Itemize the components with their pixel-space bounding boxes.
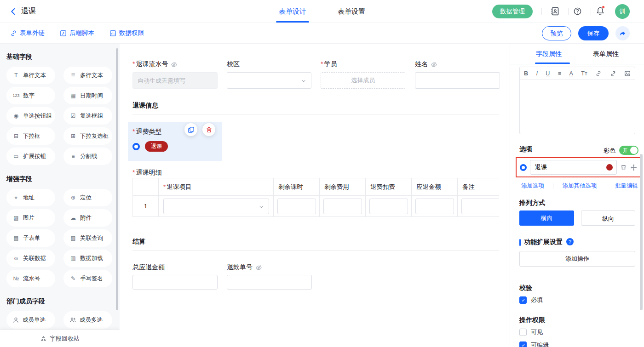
color-mode-label: 彩色 (604, 147, 615, 155)
back-icon[interactable] (9, 7, 17, 16)
field-type-serial-number[interactable]: №流水号 (6, 270, 55, 287)
form-toolbar: 表单外链 后端脚本 数据权限 预览 保存 (0, 23, 644, 44)
deduction-input[interactable] (369, 199, 408, 214)
remaining-hours-input[interactable] (277, 199, 316, 214)
visible-checkbox[interactable] (519, 329, 527, 336)
campus-select[interactable] (227, 72, 311, 89)
field-type-divider-line[interactable]: ≡分割线 (63, 148, 112, 165)
radio-selected[interactable] (132, 143, 140, 150)
add-action-button[interactable]: 添加操作 (519, 251, 635, 267)
option-value-input[interactable] (530, 160, 617, 175)
richtext-body[interactable] (520, 80, 635, 134)
divider (568, 8, 569, 15)
course-item-select[interactable] (163, 199, 269, 214)
option-radio[interactable] (520, 164, 527, 171)
move-option-icon[interactable] (630, 164, 637, 171)
field-type-radio-group[interactable]: ◉单选按钮组 (6, 107, 55, 125)
insert-link-icon[interactable] (595, 70, 602, 77)
extension-help-icon[interactable] (566, 238, 574, 245)
field-recycle-bin[interactable]: 字段回收站 (0, 330, 120, 347)
underline-icon[interactable]: U (546, 70, 550, 77)
italic-icon[interactable]: I (536, 70, 537, 77)
field-type-subform[interactable]: ▤子表单 (6, 229, 55, 247)
field-type-address[interactable]: ⌖地址 (6, 189, 55, 206)
tab-form-properties[interactable]: 表单属性 (586, 44, 626, 64)
field-type-member-multi[interactable]: 成员多选 (63, 311, 112, 329)
item-select-cell (159, 196, 274, 216)
field-title-editor: B I U ≡ A Tт (519, 67, 635, 134)
person-icon (12, 317, 19, 324)
arrange-horizontal-button[interactable]: 横向 (519, 210, 574, 226)
field-type-linked-data[interactable]: ∞关联数据 (6, 250, 55, 267)
tab-form-design[interactable]: 表单设计 (276, 0, 309, 23)
serial-number-input[interactable] (132, 72, 218, 89)
add-other-option-link[interactable]: 添加其他选项 (563, 182, 597, 190)
required-checkbox[interactable] (519, 296, 527, 304)
pen-icon: ✎ (69, 275, 77, 282)
row-index-cell: 1 (132, 196, 159, 216)
field-type-dropdown[interactable]: ⊟下拉框 (6, 127, 55, 145)
field-type-member-single[interactable]: 成员单选 (6, 311, 55, 329)
radio-icon: ◉ (12, 113, 20, 119)
field-type-linked-query[interactable]: ▧关联查询 (63, 229, 112, 247)
field-type-checkbox-group[interactable]: ☑复选框组 (63, 107, 112, 125)
field-type-data-load[interactable]: ▥数据加载 (63, 250, 112, 267)
batch-edit-link[interactable]: 批量编辑 (615, 182, 638, 190)
field-type-datetime[interactable]: ▦日期时间 (63, 87, 112, 104)
title-edit-underline (21, 19, 37, 19)
calendar-icon: ▦ (69, 92, 77, 99)
copy-field-button[interactable] (184, 123, 197, 136)
user-avatar[interactable]: 训 (615, 4, 630, 19)
field-type-multi-line-text[interactable]: ≣多行文本 (63, 67, 112, 84)
external-link-button[interactable]: 表单外链 (10, 23, 45, 43)
member-picker[interactable]: 选择成员 (321, 72, 405, 89)
total-refund-input[interactable] (132, 275, 218, 290)
option-tag[interactable]: 退课 (145, 141, 168, 152)
panel-scrollbar[interactable] (640, 154, 643, 310)
editable-checkbox[interactable] (519, 341, 527, 347)
field-type-image[interactable]: ▨图片 (6, 209, 55, 227)
refund-order-input[interactable] (227, 275, 312, 290)
contacts-book-icon[interactable] (550, 6, 560, 16)
field-type-location[interactable]: ⊕定位 (63, 189, 112, 206)
tab-form-settings[interactable]: 表单设置 (335, 0, 368, 23)
field-type-attachment[interactable]: ☁附件 (63, 209, 112, 227)
color-toggle[interactable]: 开 (619, 146, 638, 155)
selected-field-refund-type[interactable]: 退费类型 退课 (128, 122, 222, 161)
option-color-dot[interactable] (606, 164, 613, 171)
multi-dropdown-icon: ⊞ (69, 133, 77, 139)
tab-field-properties[interactable]: 字段属性 (529, 44, 569, 64)
align-icon[interactable]: ≡ (558, 70, 561, 77)
options-section-title: 选项 (519, 145, 532, 154)
remark-input[interactable] (461, 199, 499, 214)
font-size-icon[interactable]: Tт (581, 70, 587, 77)
name-input[interactable] (415, 72, 500, 89)
data-permission-button[interactable]: 数据权限 (109, 23, 144, 43)
help-icon[interactable] (573, 7, 582, 16)
field-type-number[interactable]: 123数字 (6, 87, 55, 104)
field-type-multi-dropdown[interactable]: ⊞下拉复选框 (63, 127, 112, 145)
backend-script-button[interactable]: 后端脚本 (60, 23, 94, 43)
remaining-fee-input[interactable] (323, 199, 362, 214)
preview-button[interactable]: 预览 (542, 26, 571, 40)
locate-icon: ⊕ (69, 194, 77, 201)
field-type-single-line-text[interactable]: T单行文本 (6, 67, 55, 84)
font-color-icon[interactable]: A (569, 70, 573, 77)
add-option-link[interactable]: 添加选项 (521, 182, 544, 190)
remove-link-icon[interactable] (610, 70, 616, 77)
button-icon: ▭ (12, 153, 20, 159)
share-button[interactable] (615, 26, 630, 40)
arrange-vertical-button[interactable]: 纵向 (581, 210, 635, 226)
data-manage-button[interactable]: 数据管理 (492, 5, 533, 18)
save-button[interactable]: 保存 (578, 26, 609, 40)
delete-field-button[interactable] (202, 123, 215, 136)
field-type-extend-button[interactable]: ▭扩展按钮 (6, 148, 55, 165)
divider (541, 8, 542, 15)
sidebar-scrollbar[interactable] (116, 48, 118, 310)
bold-icon[interactable]: B (524, 70, 528, 77)
refund-amount-input[interactable] (415, 199, 454, 214)
insert-image-icon[interactable] (624, 70, 631, 77)
field-type-signature[interactable]: ✎手写签名 (63, 270, 112, 287)
toggle-on-label: 开 (623, 147, 628, 154)
delete-option-icon[interactable] (620, 164, 627, 171)
